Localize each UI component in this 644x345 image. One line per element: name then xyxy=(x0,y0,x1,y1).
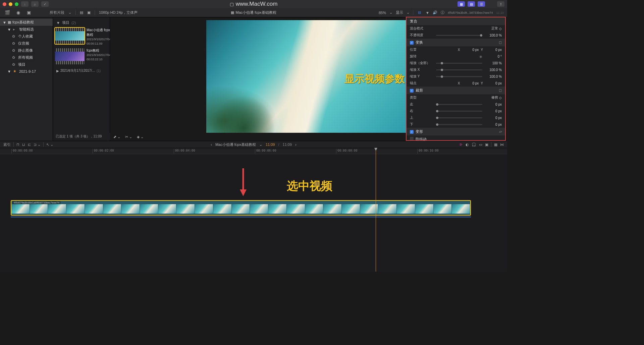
video-inspector-tab[interactable]: ⊟ xyxy=(417,10,422,15)
scale-x-value[interactable]: 100.0 % xyxy=(485,68,502,72)
titles-icon[interactable]: ▣ xyxy=(25,10,32,16)
sidebar-event[interactable]: ▼ ★ 2021-9-17 xyxy=(0,68,53,74)
library-header[interactable]: ▼ ▦ fcpx基础教程 xyxy=(0,19,53,26)
disclosure-triangle-icon[interactable]: ▼ xyxy=(7,69,11,73)
distort-tool-icon[interactable]: ◈ ⌄ xyxy=(137,135,144,139)
stabilize-checkbox[interactable] xyxy=(410,137,414,140)
timeline-panel[interactable]: 00:00:00:00 00:00:02:00 00:00:04:00 00:0… xyxy=(0,148,507,272)
project-item[interactable]: fcpx教程 2021/9/182017/04 00:03:22:10 xyxy=(55,48,108,64)
scale-all-value[interactable]: 100 % xyxy=(485,61,502,65)
disclosure-triangle-icon[interactable]: ▼ xyxy=(56,21,60,25)
transform-reset-icon[interactable]: ◻ xyxy=(499,40,502,45)
crop-tool-icon[interactable]: ✂ ⌄ xyxy=(125,135,132,139)
distort-checkbox[interactable]: ✓ xyxy=(410,130,414,134)
import-button[interactable]: ↓ xyxy=(21,1,29,7)
crop-type-dropdown[interactable]: 修剪 ◇ xyxy=(491,95,502,100)
photos-icon[interactable]: ◉ xyxy=(15,10,21,16)
keyword-button[interactable]: ⌕ xyxy=(31,1,39,7)
connect-tool-icon[interactable]: ⊓ xyxy=(16,142,19,147)
viewer-canvas[interactable]: 显示视频参数 xyxy=(206,20,411,134)
sidebar-item-audio[interactable]: ✿仅音频 xyxy=(0,40,53,47)
view-menu[interactable]: 显示 xyxy=(396,10,403,15)
opacity-slider[interactable] xyxy=(436,35,482,36)
skimming-icon[interactable]: ⊪ xyxy=(460,142,463,147)
info-inspector-tab[interactable]: ⓘ xyxy=(441,10,444,15)
rotation-dial[interactable]: ◉ xyxy=(479,55,482,58)
anchor-y-value[interactable]: 0 px xyxy=(485,81,502,85)
timeline-next-icon[interactable]: › xyxy=(295,142,297,147)
playhead[interactable] xyxy=(376,148,376,272)
transform-tool-icon[interactable]: ⬈ ⌄ xyxy=(113,135,120,139)
sidebar-item-video[interactable]: ✿所有视频 xyxy=(0,54,53,61)
opacity-value[interactable]: 100.0 % xyxy=(485,34,502,37)
timeline-prev-icon[interactable]: ‹ xyxy=(211,142,212,147)
inspector-section-distort[interactable]: ✓变形 ▱ xyxy=(407,128,505,135)
project-item[interactable]: Mac小伯通 fcpx教程 2021/9/182017/04 00:00:11:… xyxy=(55,28,108,46)
scale-x-slider[interactable] xyxy=(436,69,482,70)
scale-y-slider[interactable] xyxy=(436,76,482,77)
zoom-level[interactable]: 85% xyxy=(379,11,386,15)
crop-bottom-value[interactable]: 0 px xyxy=(485,123,502,126)
disclosure-triangle-icon[interactable]: ▶ xyxy=(56,69,59,73)
position-x-value[interactable]: 0 px xyxy=(462,48,479,52)
crop-reset-icon[interactable]: ◻ xyxy=(499,88,502,93)
inspector-section-composite[interactable]: 复合 xyxy=(407,17,505,25)
distort-reset-icon[interactable]: ▱ xyxy=(499,129,502,134)
audio-inspector-tab[interactable]: 🔊 xyxy=(433,10,437,15)
position-y-value[interactable]: 0 px xyxy=(485,48,502,52)
rotation-value[interactable]: 0 ° xyxy=(485,55,502,58)
crop-right-value[interactable]: 0 px xyxy=(485,109,502,113)
disclosure-triangle-icon[interactable]: ▼ xyxy=(3,20,6,24)
crop-checkbox[interactable]: ✓ xyxy=(410,89,414,93)
crop-top-value[interactable]: 0 px xyxy=(485,116,502,120)
crop-left-slider[interactable] xyxy=(436,104,482,105)
inspector-section-transform[interactable]: ✓变换 ◻ xyxy=(407,39,505,46)
select-tool-icon[interactable]: ↖ ⌄ xyxy=(46,142,53,147)
inspector-section-crop[interactable]: ✓裁剪 ◻ xyxy=(407,87,505,94)
filmstrip-view-icon[interactable]: ▤ xyxy=(80,10,83,15)
audio-skim-icon[interactable]: ◐ xyxy=(466,142,469,147)
render-button[interactable]: ✓ xyxy=(41,1,49,7)
insert-tool-icon[interactable]: ⊔ xyxy=(22,142,25,147)
sidebar-item-smart[interactable]: ▼ ▸ 智能精选 xyxy=(0,26,53,33)
timeline-ruler[interactable]: 00:00:00:00 00:00:02:00 00:00:04:00 00:0… xyxy=(0,148,507,154)
timeline-clip[interactable]: 4f5d079a3bd8e1a6f6b8733bec7eee74 xyxy=(11,200,471,216)
project-thumbnail[interactable] xyxy=(55,48,85,64)
clips-filter-dropdown[interactable]: 所有片段 xyxy=(50,10,64,15)
layout-grid-icon[interactable]: ▦ xyxy=(458,1,465,7)
layout-list-icon[interactable]: ▤ xyxy=(468,1,475,7)
library-icon[interactable]: 🎬 xyxy=(4,10,11,16)
share-button[interactable]: ⇧ xyxy=(497,1,504,7)
crop-right-slider[interactable] xyxy=(436,111,482,112)
close-window[interactable] xyxy=(3,2,6,6)
list-view-icon[interactable]: ▣ xyxy=(87,10,91,15)
sidebar-item-favorites[interactable]: ✿个人收藏 xyxy=(0,33,53,40)
clip-view-icon[interactable]: ▣ xyxy=(485,142,488,147)
inspector-section-stabilize[interactable]: 防抖动 xyxy=(407,135,505,141)
sidebar-item-stills[interactable]: ✿静止图像 xyxy=(0,47,53,54)
project-thumbnail[interactable] xyxy=(55,28,85,44)
crop-top-slider[interactable] xyxy=(436,117,482,118)
browser-folder[interactable]: ▶ 2021年9月17日2017/… (1) xyxy=(55,67,108,74)
overwrite-tool-icon[interactable]: ⊐ ⌄ xyxy=(34,142,41,147)
append-tool-icon[interactable]: ⊏ xyxy=(28,142,31,147)
disclosure-triangle-icon[interactable]: ▼ xyxy=(7,27,11,32)
snap-icon[interactable]: ▭ xyxy=(479,142,482,147)
index-button[interactable]: 索引 xyxy=(3,142,11,147)
color-inspector-tab[interactable]: ▼ xyxy=(426,11,429,15)
blend-mode-dropdown[interactable]: 正常 ◇ xyxy=(491,26,502,31)
solo-icon[interactable]: 🎧 xyxy=(472,142,476,147)
layout-detail-icon[interactable]: ☰ xyxy=(478,1,485,7)
scale-all-slider[interactable] xyxy=(436,63,482,64)
crop-left-value[interactable]: 0 px xyxy=(485,103,502,106)
transitions-browser-icon[interactable]: ⋈ xyxy=(500,142,504,147)
crop-bottom-slider[interactable] xyxy=(436,124,482,125)
clip-audio-track[interactable] xyxy=(11,216,471,218)
transform-checkbox[interactable]: ✓ xyxy=(410,41,414,45)
sidebar-item-projects[interactable]: ✿项目 xyxy=(0,61,53,68)
scale-y-value[interactable]: 100.0 % xyxy=(485,75,502,78)
minimize-window[interactable] xyxy=(9,2,12,6)
effects-browser-icon[interactable]: ▦ xyxy=(494,142,497,147)
anchor-x-value[interactable]: 0 px xyxy=(462,81,479,85)
maximize-window[interactable] xyxy=(15,2,18,6)
